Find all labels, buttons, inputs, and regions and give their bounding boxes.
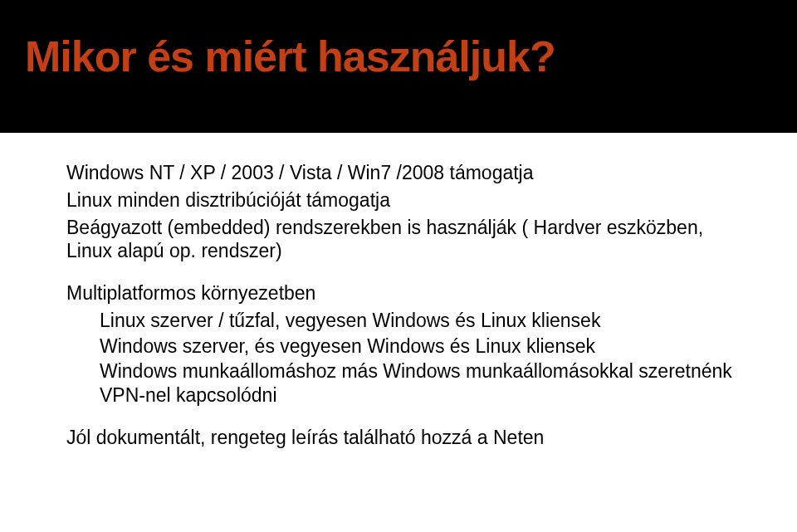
bullet-item: Multiplatformos környezetben (58, 281, 739, 305)
bullet-item: Beágyazott (embedded) rendszerekben is h… (58, 216, 739, 264)
title-bar: Mikor és miért használjuk? (0, 0, 797, 133)
slide-title: Mikor és miért használjuk? (25, 32, 772, 81)
bullet-item: Windows NT / XP / 2003 / Vista / Win7 /2… (58, 161, 739, 185)
sub-bullet-item: Windows munkaállomáshoz más Windows munk… (91, 359, 739, 408)
bullet-item: Jól dokumentált, rengeteg leírás találha… (58, 426, 739, 450)
sub-bullet-item: Windows szerver, és vegyesen Windows és … (91, 334, 739, 359)
sub-bullet-item: Linux szerver / tűzfal, vegyesen Windows… (91, 309, 739, 333)
bullet-item: Linux minden disztribúcióját támogatja (58, 188, 739, 212)
slide-content: Windows NT / XP / 2003 / Vista / Win7 /2… (0, 133, 797, 450)
